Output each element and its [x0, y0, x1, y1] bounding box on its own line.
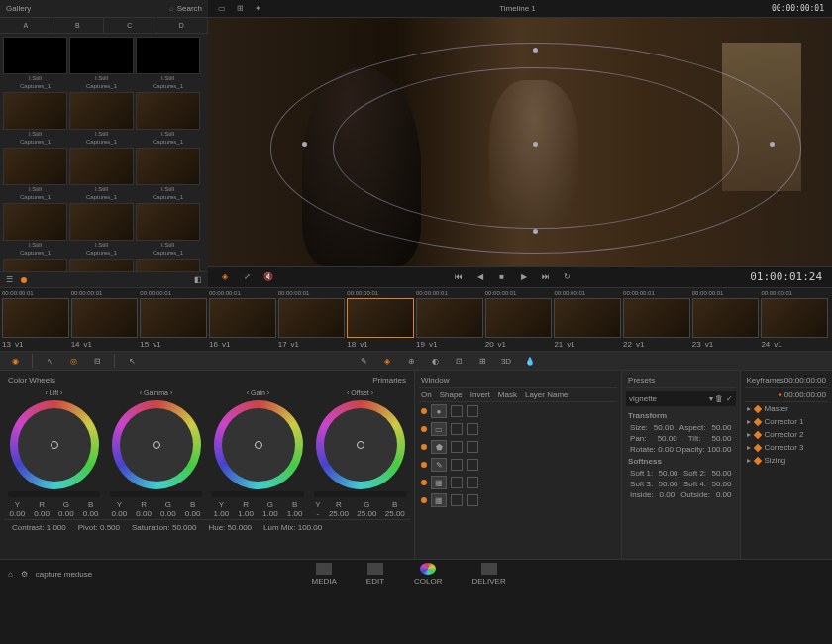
gallery-thumbnail[interactable]: I.StillCaptures_1 [3, 37, 67, 90]
keyframe-track[interactable]: ▸Corrector 1 [745, 415, 829, 428]
color-wheel-lift[interactable] [10, 400, 99, 489]
curves-icon[interactable]: ∿ [43, 354, 56, 368]
record-dot-icon[interactable] [21, 277, 27, 283]
gallery-thumbnail[interactable]: I.StillCaptures_1 [69, 37, 134, 90]
lummix-value[interactable]: 100.00 [298, 523, 322, 532]
contrast-value[interactable]: 1.000 [47, 523, 66, 532]
gallery-tab[interactable]: C [104, 18, 156, 33]
home-icon[interactable]: ⌂ [8, 570, 13, 579]
settings-icon[interactable]: ⚙ [21, 570, 28, 579]
gallery-thumbnail[interactable]: I.StillCaptures_1 [3, 203, 67, 257]
timeline-clip[interactable]: 00:00:00:0113v1 [2, 290, 69, 349]
control-point[interactable] [533, 48, 538, 53]
timeline-clip[interactable]: 00:00:00:0123v1 [692, 290, 760, 349]
timeline-clip[interactable]: 00:00:00:0115v1 [140, 290, 207, 349]
window-icon[interactable]: ◈ [380, 354, 394, 368]
keyframe-track[interactable]: ▸Corrector 3 [745, 441, 829, 454]
drop-icon[interactable]: 💧 [523, 354, 537, 368]
master-wheel[interactable] [8, 491, 100, 497]
page-tab-color[interactable]: COLOR [414, 563, 442, 586]
color-wheel-offset[interactable] [316, 400, 405, 489]
loop-button[interactable]: ↻ [561, 270, 574, 284]
window-layer-row[interactable]: ⬟ [419, 438, 617, 456]
timeline-clip[interactable]: 00:00:00:0114v1 [71, 290, 139, 349]
page-tab-edit[interactable]: EDIT [366, 563, 384, 586]
bypass-icon[interactable]: ◈ [218, 270, 232, 284]
keyframe-track[interactable]: ▸Corrector 2 [745, 428, 829, 441]
search-icon[interactable]: ⌕ Search [169, 4, 202, 13]
hue-value[interactable]: 50.000 [228, 523, 252, 532]
3d-icon[interactable]: 3D [499, 354, 513, 368]
gallery-tab[interactable]: A [0, 18, 52, 33]
timeline-clip[interactable]: 00:00:00:0120v1 [485, 290, 553, 349]
gallery-thumbnail[interactable]: I.StillCaptures_1 [69, 92, 134, 146]
keyframe-track[interactable]: ▸Sizing [745, 454, 829, 467]
key-icon[interactable]: ⊡ [452, 354, 466, 368]
gallery-thumbnail[interactable]: I.StillCaptures_1 [69, 259, 134, 271]
wheels-mode[interactable]: Primaries [372, 376, 406, 385]
tracker-icon[interactable]: ⊕ [404, 354, 418, 368]
sizing-icon[interactable]: ⊞ [475, 354, 489, 368]
timeline-clip[interactable]: 00:00:00:0119v1 [416, 290, 483, 349]
viewer-canvas[interactable] [208, 18, 832, 266]
gallery-thumbnail[interactable]: I.StillCaptures_1 [3, 92, 67, 146]
blur-icon[interactable]: ◐ [428, 354, 442, 368]
window-layer-row[interactable]: ▦ [419, 474, 617, 491]
mute-icon[interactable]: 🔇 [261, 270, 275, 284]
view-single-icon[interactable]: ▭ [216, 3, 228, 15]
gallery-tab[interactable]: D [156, 18, 209, 33]
last-frame-button[interactable]: ⏭ [539, 270, 553, 284]
control-point[interactable] [770, 142, 775, 147]
control-point[interactable] [533, 142, 538, 147]
gallery-thumbnail[interactable]: I.StillCaptures_1 [136, 203, 200, 257]
first-frame-button[interactable]: ⏮ [452, 270, 466, 284]
window-layer-row[interactable]: ✎ [419, 456, 617, 474]
gallery-thumbnail[interactable]: I.StillCaptures_1 [69, 203, 134, 257]
gallery-thumbnail[interactable]: I.StillCaptures_1 [136, 92, 200, 146]
timeline-clip[interactable]: 00:00:00:0124v1 [761, 290, 828, 349]
preset-dropdown[interactable]: vignette▾ 🗑 ✓ [626, 391, 735, 406]
qualifier-icon[interactable]: ✎ [357, 354, 370, 368]
gallery-thumbnail[interactable]: I.StillCaptures_1 [136, 259, 200, 271]
gallery-tab[interactable]: B [52, 18, 105, 33]
wheels-icon[interactable]: ◎ [66, 354, 80, 368]
prev-frame-button[interactable]: ◀ [473, 270, 487, 284]
play-button[interactable]: ▶ [517, 270, 531, 284]
timeline-clip[interactable]: 00:00:00:0116v1 [209, 290, 276, 349]
bars-icon[interactable]: ⊟ [90, 354, 104, 368]
pivot-value[interactable]: 0.500 [100, 523, 120, 532]
gallery-thumbnail[interactable]: I.StillCaptures_1 [3, 259, 67, 271]
view-wand-icon[interactable]: ✦ [252, 3, 263, 15]
gallery-thumbnail[interactable]: I.StillCaptures_1 [3, 148, 67, 201]
master-wheel[interactable] [314, 491, 406, 497]
keyframe-track[interactable]: ▸Master [745, 402, 829, 415]
list-icon[interactable]: ☰ [6, 275, 13, 284]
split-icon[interactable]: ⤢ [240, 270, 254, 284]
arrow-icon[interactable]: ↖ [125, 354, 139, 368]
color-wheel-gain[interactable] [214, 400, 303, 489]
gallery-thumbnail[interactable]: I.StillCaptures_1 [136, 37, 200, 90]
color-wheel-gamma[interactable] [112, 400, 201, 489]
master-wheel[interactable] [110, 491, 202, 497]
timeline-clip[interactable]: 00:00:00:0122v1 [623, 290, 690, 349]
timeline-clip[interactable]: 00:00:00:0117v1 [278, 290, 346, 349]
node-icon[interactable]: ◉ [8, 354, 22, 368]
control-point[interactable] [533, 229, 538, 234]
window-layer-row[interactable]: ▦ [419, 491, 617, 509]
stop-button[interactable]: ■ [495, 270, 509, 284]
timeline-clip[interactable]: 00:00:00:0121v1 [554, 290, 621, 349]
options-icon[interactable]: ◧ [194, 275, 202, 284]
window-layer-row[interactable]: ● [419, 402, 617, 420]
thumbnail-timeline[interactable]: 00:00:00:0113v100:00:00:0114v100:00:00:0… [0, 287, 832, 351]
page-tab-media[interactable]: MEDIA [311, 563, 336, 586]
view-grid-icon[interactable]: ⊞ [234, 3, 246, 15]
window-layer-row[interactable]: ▭ [419, 420, 617, 438]
gallery-thumbnail[interactable]: I.StillCaptures_1 [136, 148, 200, 201]
control-point[interactable] [302, 142, 307, 147]
saturation-value[interactable]: 50.000 [172, 523, 196, 532]
power-window-ellipse-inner[interactable] [333, 67, 739, 229]
master-wheel[interactable] [212, 491, 304, 497]
page-tab-deliver[interactable]: DELIVER [472, 563, 506, 586]
gallery-thumbnail[interactable]: I.StillCaptures_1 [69, 148, 134, 201]
timeline-clip[interactable]: 00:00:00:0118v1 [347, 290, 414, 349]
